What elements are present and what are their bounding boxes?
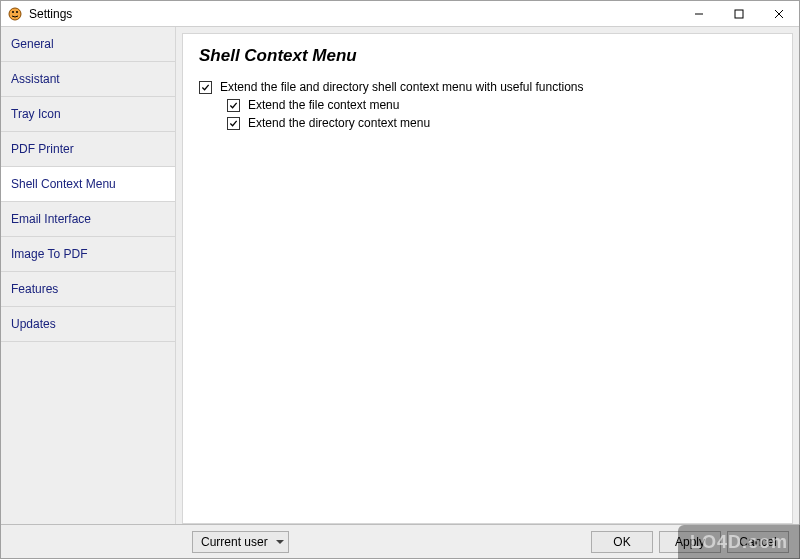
sidebar-item-label: Features <box>11 282 58 296</box>
sidebar-item-label: Image To PDF <box>11 247 87 261</box>
svg-point-0 <box>9 8 21 20</box>
sidebar-item-label: Email Interface <box>11 212 91 226</box>
sidebar-item-features[interactable]: Features <box>1 272 175 307</box>
sidebar-item-shell-context-menu[interactable]: Shell Context Menu <box>1 167 175 202</box>
sidebar-item-label: Updates <box>11 317 56 331</box>
window-controls <box>679 1 799 26</box>
checkbox-extend-file[interactable] <box>227 99 240 112</box>
option-extend-main: Extend the file and directory shell cont… <box>199 80 776 94</box>
settings-window: Settings General Assistant Tray Icon <box>0 0 800 559</box>
button-label: Apply <box>675 535 705 549</box>
option-extend-dir: Extend the directory context menu <box>227 116 776 130</box>
button-label: Cancel <box>739 535 776 549</box>
checkbox-extend-main[interactable] <box>199 81 212 94</box>
maximize-button[interactable] <box>719 1 759 26</box>
checkbox-extend-dir[interactable] <box>227 117 240 130</box>
svg-rect-4 <box>735 10 743 18</box>
svg-point-1 <box>12 11 14 13</box>
titlebar: Settings <box>1 1 799 27</box>
sidebar-item-label: PDF Printer <box>11 142 74 156</box>
panel-heading: Shell Context Menu <box>199 46 776 66</box>
close-button[interactable] <box>759 1 799 26</box>
footer: Current user OK Apply Cancel <box>1 524 799 558</box>
content-area: Shell Context Menu Extend the file and d… <box>176 27 799 524</box>
scope-select[interactable]: Current user <box>192 531 289 553</box>
option-label: Extend the file context menu <box>248 98 399 112</box>
sidebar-item-assistant[interactable]: Assistant <box>1 62 175 97</box>
cancel-button[interactable]: Cancel <box>727 531 789 553</box>
scope-select-value: Current user <box>201 535 268 549</box>
option-label: Extend the file and directory shell cont… <box>220 80 584 94</box>
settings-panel: Shell Context Menu Extend the file and d… <box>182 33 793 524</box>
chevron-down-icon <box>276 540 284 544</box>
sidebar-item-label: Assistant <box>11 72 60 86</box>
apply-button[interactable]: Apply <box>659 531 721 553</box>
option-extend-file: Extend the file context menu <box>227 98 776 112</box>
app-icon <box>7 6 23 22</box>
sidebar-item-image-to-pdf[interactable]: Image To PDF <box>1 237 175 272</box>
svg-point-2 <box>16 11 18 13</box>
sidebar-item-tray-icon[interactable]: Tray Icon <box>1 97 175 132</box>
sidebar-item-label: Tray Icon <box>11 107 61 121</box>
option-label: Extend the directory context menu <box>248 116 430 130</box>
sidebar-item-updates[interactable]: Updates <box>1 307 175 342</box>
client-area: General Assistant Tray Icon PDF Printer … <box>1 27 799 524</box>
sidebar-item-label: Shell Context Menu <box>11 177 116 191</box>
sidebar-item-email-interface[interactable]: Email Interface <box>1 202 175 237</box>
minimize-button[interactable] <box>679 1 719 26</box>
button-label: OK <box>613 535 630 549</box>
sidebar-item-pdf-printer[interactable]: PDF Printer <box>1 132 175 167</box>
sidebar-item-general[interactable]: General <box>1 27 175 62</box>
window-title: Settings <box>29 7 72 21</box>
sidebar: General Assistant Tray Icon PDF Printer … <box>1 27 176 524</box>
sidebar-item-label: General <box>11 37 54 51</box>
ok-button[interactable]: OK <box>591 531 653 553</box>
